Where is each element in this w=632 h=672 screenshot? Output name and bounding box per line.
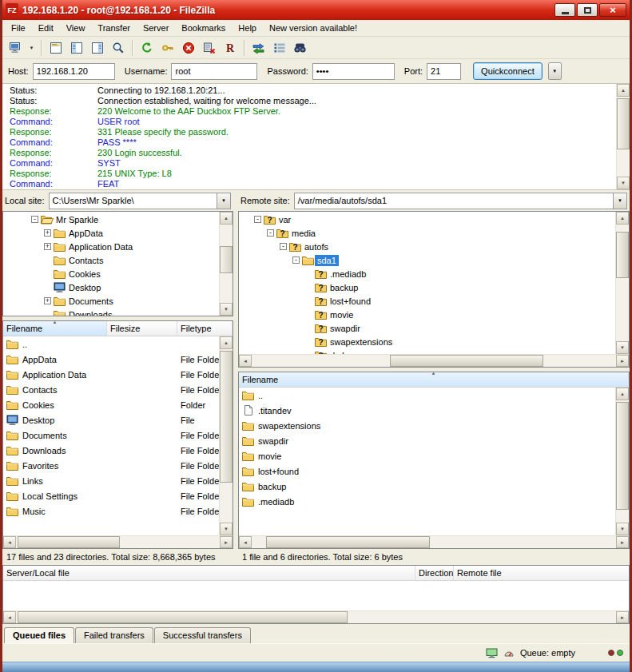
remote-list-scrollbar[interactable]: ▲ ▼	[615, 388, 629, 535]
remote-list-hscrollbar[interactable]: ◄ ►	[239, 535, 629, 548]
quickconnect-dropdown[interactable]: ▼	[548, 62, 562, 80]
remote-tree-item-sda1[interactable]: -sda1	[239, 253, 615, 267]
local-tree-item-downloads[interactable]: Downloads	[3, 308, 219, 316]
dropdown-icon[interactable]: ▼	[217, 193, 230, 209]
scroll-down-icon[interactable]: ▼	[220, 303, 233, 316]
scrollbar-track[interactable]	[252, 536, 616, 548]
scroll-up-icon[interactable]: ▲	[220, 336, 233, 349]
remote-file-row-backup[interactable]: backup	[239, 479, 615, 494]
reconnect-button[interactable]: R	[220, 38, 240, 57]
scroll-right-icon[interactable]: ►	[616, 536, 629, 548]
menu-item-bookmarks[interactable]: Bookmarks	[175, 21, 232, 35]
scrollbar-track[interactable]	[16, 611, 616, 623]
local-site-combo[interactable]: C:\Users\Mr Sparkle\ ▼	[49, 193, 231, 209]
site-manager-dropdown[interactable]: ▼	[26, 38, 37, 57]
quickconnect-button[interactable]: Quickconnect	[473, 62, 543, 80]
local-file-row-links[interactable]: LinksFile Folder	[3, 473, 219, 488]
connection-status-icon[interactable]	[486, 648, 498, 658]
remote-file-row-mediadb[interactable]: .mediadb	[239, 494, 615, 509]
directory-filter-button[interactable]	[108, 38, 128, 57]
menu-item-server[interactable]: Server	[137, 21, 175, 35]
queue-column-server-local-file[interactable]: Server/Local file	[3, 566, 415, 580]
local-tree-item-mr-sparkle[interactable]: -Mr Sparkle	[3, 213, 219, 226]
maximize-button[interactable]	[577, 3, 598, 17]
remote-tree-scrollbar[interactable]: ▲ ▼	[615, 212, 629, 354]
tab-queued-files[interactable]: Queued files	[4, 627, 74, 643]
key-button[interactable]	[157, 38, 177, 57]
toggle-local-tree-button[interactable]	[66, 38, 86, 57]
collapse-icon[interactable]: -	[31, 216, 38, 223]
collapse-icon[interactable]: -	[267, 229, 274, 237]
scrollbar-thumb[interactable]	[616, 402, 629, 510]
menu-item-help[interactable]: Help	[232, 21, 263, 35]
scroll-left-icon[interactable]: ◄	[3, 536, 16, 548]
remote-tree-item-swapextensions[interactable]: ?swapextensions	[239, 335, 615, 348]
toggle-remote-tree-button[interactable]	[87, 38, 107, 57]
collapse-icon[interactable]: -	[292, 256, 300, 264]
scroll-left-icon[interactable]: ◄	[239, 355, 252, 367]
column-header-filetype[interactable]: Filetype	[177, 321, 233, 336]
local-file-row-contacts[interactable]: ContactsFile Folder	[3, 382, 219, 397]
scrollbar-track[interactable]	[220, 349, 233, 523]
site-manager-button[interactable]	[6, 38, 26, 57]
local-file-row-cookies[interactable]: CookiesFolder	[3, 397, 219, 412]
tab-failed-transfers[interactable]: Failed transfers	[75, 627, 153, 643]
scroll-down-icon[interactable]: ▼	[616, 523, 629, 535]
menu-item-transfer[interactable]: Transfer	[91, 21, 137, 35]
expand-icon[interactable]: +	[44, 229, 51, 237]
scroll-down-icon[interactable]: ▼	[616, 341, 629, 354]
remote-tree-item-mediadb[interactable]: ?.mediadb	[239, 267, 615, 280]
collapse-icon[interactable]: -	[280, 243, 287, 250]
local-file-row-parent-directory[interactable]: ..	[3, 336, 219, 352]
remote-tree-item-media[interactable]: -?media	[239, 226, 615, 240]
cancel-button[interactable]	[178, 38, 198, 57]
local-tree-item-application-data[interactable]: +Application Data	[3, 240, 219, 253]
local-file-row-music[interactable]: MusicFile Folder	[3, 503, 219, 519]
disconnect-button[interactable]	[199, 38, 219, 57]
scroll-down-icon[interactable]: ▼	[617, 177, 630, 189]
remote-file-row-movie[interactable]: movie	[239, 448, 615, 463]
scrollbar-thumb[interactable]	[266, 536, 430, 548]
remote-file-row-parent-directory[interactable]: ..	[239, 388, 615, 403]
refresh-button[interactable]	[137, 38, 157, 57]
port-input[interactable]	[427, 63, 461, 80]
collapse-icon[interactable]: -	[254, 216, 261, 223]
scroll-up-icon[interactable]: ▲	[616, 212, 629, 225]
remote-file-row-swapdir[interactable]: swapdir	[239, 433, 615, 448]
expand-icon[interactable]: +	[44, 297, 51, 304]
scrollbar-thumb[interactable]	[617, 98, 630, 149]
remote-file-row-lost-found[interactable]: lost+found	[239, 463, 615, 479]
host-input[interactable]	[33, 63, 115, 80]
scroll-left-icon[interactable]: ◄	[239, 536, 252, 548]
remote-tree-item-backup[interactable]: ?backup	[239, 280, 615, 294]
remote-tree-item-dvd[interactable]: ?dvd	[239, 348, 615, 354]
dropdown-icon[interactable]: ▼	[613, 193, 626, 209]
scroll-right-icon[interactable]: ►	[220, 536, 233, 548]
scrollbar-track[interactable]	[616, 400, 629, 523]
scrollbar-thumb[interactable]	[616, 232, 629, 278]
scroll-up-icon[interactable]: ▲	[617, 84, 630, 97]
tab-successful-transfers[interactable]: Successful transfers	[154, 627, 251, 643]
remote-tree-item-lost-found[interactable]: ?lost+found	[239, 294, 615, 308]
scrollbar-track[interactable]	[617, 97, 630, 177]
remote-tree-item-movie[interactable]: ?movie	[239, 308, 615, 321]
scrollbar-track[interactable]	[16, 536, 220, 548]
scrollbar-thumb[interactable]	[18, 611, 348, 623]
remote-tree-item-swapdir[interactable]: ?swapdir	[239, 321, 615, 335]
find-files-button[interactable]	[290, 38, 310, 57]
close-button[interactable]: ×	[599, 3, 626, 17]
menu-item-view[interactable]: View	[60, 21, 92, 35]
speed-limit-icon[interactable]	[503, 648, 515, 658]
title-bar[interactable]: FZ 192.168.1.20 - root@192.168.1.20 - Fi…	[2, 0, 630, 20]
local-file-row-appdata[interactable]: AppDataFile Folder	[3, 352, 219, 367]
scroll-left-icon[interactable]: ◄	[3, 611, 16, 623]
local-file-row-desktop[interactable]: DesktopFile	[3, 412, 219, 427]
scrollbar-thumb[interactable]	[220, 246, 233, 272]
scrollbar-thumb[interactable]	[18, 536, 120, 548]
toggle-message-log-button[interactable]	[46, 38, 66, 57]
local-file-row-favorites[interactable]: FavoritesFile Folder	[3, 458, 219, 473]
scroll-up-icon[interactable]: ▲	[220, 212, 233, 225]
local-tree-item-cookies[interactable]: Cookies	[3, 267, 219, 280]
password-input[interactable]	[312, 63, 395, 80]
menu-item-file[interactable]: File	[5, 21, 32, 35]
